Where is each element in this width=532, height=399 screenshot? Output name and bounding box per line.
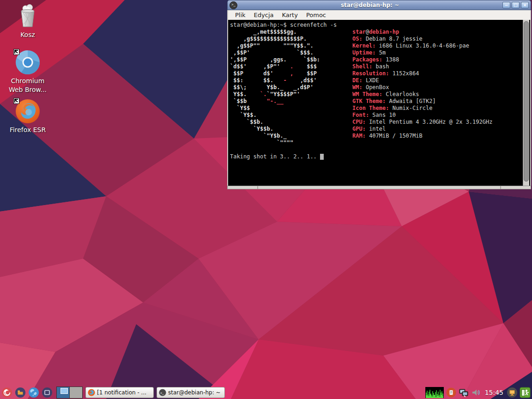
task-button-firefox[interactable]: [1 notification - ... [85, 387, 154, 398]
terminal-line: CPU: Intel Pentium 4 3.20GHz @ 2x 3.192G… [352, 119, 492, 126]
pager-desktop-1[interactable] [57, 387, 69, 398]
window-title: star@debian-hp: ~ [237, 2, 502, 8]
logout-button[interactable] [520, 387, 531, 398]
desktop-icon-trash[interactable]: Kosz [2, 4, 53, 39]
notes-tray-icon[interactable] [446, 387, 457, 398]
workspace-pager [56, 387, 83, 399]
minimize-button[interactable]: − [502, 2, 510, 8]
menu-item-edycja[interactable]: Edycja [250, 12, 278, 18]
window-titlebar[interactable]: >_ star@debian-hp: ~ − □ × [227, 0, 531, 10]
terminal-line [230, 146, 522, 153]
terminal-line: Font: Sans 10 [352, 112, 492, 119]
pager-desktop-2[interactable] [69, 387, 82, 398]
chromium-icon [15, 50, 40, 75]
close-button[interactable]: × [521, 2, 529, 8]
maximize-button[interactable]: □ [512, 2, 520, 8]
terminal-line: `"""" [230, 139, 522, 146]
terminal-line: star@debian-hp:~$ screenfetch -s [230, 22, 522, 29]
terminal-line: Icon Theme: Numix-Circle [352, 105, 492, 112]
resize-grip [500, 186, 501, 189]
terminal-line: Uptime: 5m [352, 49, 492, 56]
firefox-task-icon [88, 389, 95, 396]
menu-item-pomoc[interactable]: Pomoc [302, 12, 330, 18]
screen-session-icon[interactable] [507, 387, 518, 398]
terminal-line: WM: OpenBox [352, 84, 492, 91]
terminal-line: Shell: bash [352, 63, 492, 70]
terminal-line: Kernel: i686 Linux 3.16.0-4-686-pae [352, 42, 492, 49]
menu-bar: Plik Edycja Karty Pomoc [227, 10, 531, 20]
menu-item-plik[interactable]: Plik [231, 12, 250, 18]
shortcut-emblem-icon [13, 98, 19, 104]
desktop-icon-firefox[interactable]: Firefox ESR [2, 99, 53, 134]
window-bottom-border[interactable] [227, 186, 531, 189]
volume-icon[interactable] [470, 387, 481, 398]
shortcut-emblem-icon [13, 49, 19, 55]
terminal-line: OS: Debian 8.7 jessie [352, 36, 492, 42]
terminal-line: WM Theme: Clearlooks [352, 91, 492, 98]
task-button-terminal[interactable]: >_ star@debian-hp: ~ [157, 387, 225, 398]
terminal-window: >_ star@debian-hp: ~ − □ × Plik Edycja K… [227, 0, 531, 189]
taskbar-panel: [1 notification - ... >_ star@debian-hp:… [0, 386, 532, 399]
file-manager-icon[interactable] [15, 387, 26, 398]
pager-window-thumb [60, 388, 68, 394]
resize-grip [257, 186, 258, 189]
terminal-line: Packages: 1388 [352, 56, 492, 63]
terminal-content[interactable]: star@debian-hp:~$ screenfetch -s _,met$$… [227, 20, 531, 186]
desktop-icon-chromium[interactable]: Chromium Web Brow... [2, 50, 53, 94]
firefox-icon [15, 99, 40, 124]
cpu-monitor-graph[interactable] [425, 387, 444, 398]
terminal-task-icon: >_ [159, 389, 166, 396]
desktop-icon-label: Firefox ESR [2, 126, 53, 134]
task-button-label: star@debian-hp: ~ [168, 389, 221, 396]
desktop-icon-label: Kosz [2, 30, 53, 39]
system-tray: 15:45 [425, 387, 532, 398]
scrollbar-thumb[interactable] [524, 21, 529, 181]
terminal-line: Taking shot in 3.. 2.. 1.. [230, 153, 522, 160]
terminal-line: RAM: 407MiB / 1507MiB [352, 133, 492, 139]
terminal-output-sysinfo: star@debian-hpOS: Debian 8.7 jessieKerne… [352, 29, 492, 139]
network-manager-icon[interactable] [458, 387, 469, 398]
menu-item-karty[interactable]: Karty [278, 12, 302, 18]
terminal-window-icon: >_ [230, 1, 237, 9]
terminal-scrollbar[interactable] [523, 20, 529, 186]
terminal-line: GTK Theme: Adwaita [GTK2] [352, 98, 492, 105]
show-desktop-button[interactable] [42, 387, 53, 398]
main-menu-button[interactable] [1, 387, 12, 398]
taskbar-clock[interactable]: 15:45 [485, 389, 503, 396]
terminal-line: GPU: intel [352, 126, 492, 133]
trash-icon [15, 4, 40, 29]
svg-text:>_: >_ [160, 391, 164, 395]
desktop-icon-label: Chromium Web Brow... [2, 77, 53, 94]
terminal-line: star@debian-hp [352, 29, 492, 36]
terminal-line: Resolution: 532x399 [352, 70, 492, 77]
web-browser-icon[interactable] [28, 387, 39, 398]
terminal-line: DE: LXDE [352, 77, 492, 84]
task-button-label: [1 notification - ... [97, 389, 146, 396]
